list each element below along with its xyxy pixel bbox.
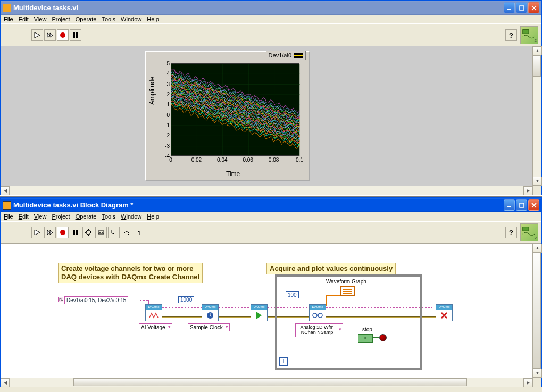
menu-file[interactable]: File (4, 16, 13, 22)
front-panel-hscroll[interactable]: ◀ ▶ (1, 186, 541, 195)
scroll-right-icon[interactable]: ▶ (523, 378, 532, 387)
front-panel-client[interactable]: Dev1/ai0 Amplitude Time 543210-1-2-3-4 0… (1, 46, 532, 186)
wire (326, 295, 327, 306)
scroll-left-icon[interactable]: ◀ (1, 378, 10, 387)
vi-icon[interactable] (520, 26, 538, 44)
menu-view[interactable]: View (34, 213, 47, 220)
context-help-button[interactable]: ? (505, 29, 517, 41)
context-help-button[interactable]: ? (505, 227, 517, 238)
close-button[interactable] (528, 2, 539, 13)
front-panel-vscroll[interactable]: ▲ ▼ (532, 46, 541, 186)
menu-file[interactable]: File (4, 213, 13, 220)
maximize-button[interactable] (516, 199, 527, 211)
daqmx-clear-node[interactable]: DAQmx (436, 304, 453, 321)
wire (373, 337, 379, 338)
pause-button[interactable] (70, 227, 81, 238)
menu-tools[interactable]: Tools (102, 213, 115, 220)
samples-constant[interactable]: 100 (286, 291, 299, 298)
comment-acquire-plot: Acquire and plot values continuously (266, 263, 396, 274)
create-channel-selector[interactable]: AI Voltage (139, 323, 172, 331)
io-selector-icon[interactable]: I/O (58, 297, 63, 302)
scroll-left-icon[interactable]: ◀ (1, 186, 10, 195)
menu-tools[interactable]: Tools (102, 16, 115, 22)
menu-operate[interactable]: Operate (76, 16, 97, 22)
wire (219, 307, 251, 308)
menu-help[interactable]: Help (147, 213, 159, 220)
legend-label: Dev1/ai0 (269, 52, 291, 59)
menu-edit[interactable]: Edit (19, 213, 29, 220)
read-glasses-icon (310, 310, 326, 321)
menu-view[interactable]: View (34, 16, 47, 22)
scroll-right-icon[interactable]: ▶ (523, 186, 532, 195)
minimize-button[interactable] (504, 2, 515, 13)
menu-help[interactable]: Help (147, 16, 159, 22)
clock-icon (202, 310, 218, 321)
daqmx-read-node[interactable]: DAQmx (309, 304, 326, 321)
run-continuous-button[interactable] (44, 29, 56, 41)
chart-plot-area (171, 63, 299, 156)
comment-create-channels: Create voltage channels for two or more … (58, 263, 203, 283)
wire (326, 307, 432, 308)
abort-button[interactable] (57, 227, 69, 238)
run-button[interactable] (31, 29, 43, 41)
step-over-button[interactable] (121, 227, 132, 238)
read-selector[interactable]: Analog 1D Wfm NChan NSamp (295, 323, 343, 337)
daqmx-start-node[interactable]: DAQmx (251, 304, 268, 321)
menu-window[interactable]: Window (121, 16, 141, 22)
loop-condition-terminal[interactable] (379, 334, 387, 341)
scroll-up-icon[interactable]: ▲ (533, 46, 542, 55)
svg-rect-0 (507, 9, 511, 10)
block-diagram-window: Multidevice tasks.vi Block Diagram * Fil… (0, 197, 542, 387)
block-diagram-client[interactable]: Create voltage channels for two or more … (1, 244, 532, 378)
chart-xlabel: Time (226, 170, 240, 178)
menu-operate[interactable]: Operate (76, 213, 97, 220)
clear-x-icon (436, 310, 452, 321)
waveform-graph-indicator[interactable]: Dev1/ai0 Amplitude Time 543210-1-2-3-4 0… (145, 51, 310, 181)
block-diagram-menubar: File Edit View Project Operate Tools Win… (1, 212, 541, 221)
daqmx-timing-node[interactable]: DAQmx (202, 304, 219, 321)
svg-point-28 (102, 232, 103, 233)
svg-rect-2 (73, 32, 75, 38)
chart-yticks: 543210-1-2-3-4 (161, 63, 170, 156)
stop-button-terminal[interactable]: TF (358, 334, 373, 343)
svg-point-25 (86, 230, 90, 235)
waveform-graph-terminal[interactable] (340, 286, 355, 296)
retain-wire-values-button[interactable] (95, 227, 107, 238)
front-panel-menubar: File Edit View Project Operate Tools Win… (1, 15, 541, 24)
close-button[interactable] (528, 199, 539, 211)
vi-icon[interactable] (520, 223, 538, 241)
block-diagram-titlebar[interactable]: Multidevice tasks.vi Block Diagram * (1, 198, 541, 212)
menu-project[interactable]: Project (52, 213, 70, 220)
scroll-down-icon[interactable]: ▼ (533, 369, 542, 378)
block-diagram-hscroll[interactable]: ◀ ▶ (1, 378, 541, 387)
step-out-button[interactable] (134, 227, 145, 238)
scroll-up-icon[interactable]: ▲ (533, 244, 542, 253)
daqmx-create-channel-node[interactable]: DAQmx (145, 304, 162, 321)
menu-edit[interactable]: Edit (19, 16, 29, 22)
physical-channels-constant[interactable]: Dev1/ai0:15, Dev2/ai0:15 (64, 296, 128, 304)
run-continuous-button[interactable] (44, 227, 56, 238)
create-channel-icon (146, 310, 162, 321)
pause-button[interactable] (70, 29, 81, 41)
front-panel-titlebar[interactable]: Multidevice tasks.vi (1, 1, 541, 15)
timing-selector[interactable]: Sample Clock (188, 323, 230, 331)
rate-constant[interactable]: 1000 (178, 296, 194, 303)
legend-swatch-icon (294, 53, 303, 58)
chart-legend[interactable]: Dev1/ai0 (266, 51, 306, 60)
maximize-button[interactable] (516, 2, 527, 13)
front-panel-title: Multidevice tasks.vi (13, 4, 504, 12)
svg-rect-1 (520, 6, 524, 10)
highlight-execution-button[interactable] (82, 227, 94, 238)
wire (162, 307, 202, 308)
menu-window[interactable]: Window (121, 213, 141, 220)
menu-project[interactable]: Project (52, 16, 70, 22)
labview-vi-icon (3, 4, 11, 12)
svg-point-32 (318, 313, 322, 318)
abort-button[interactable] (57, 29, 69, 41)
step-into-button[interactable] (108, 227, 120, 238)
minimize-button[interactable] (504, 199, 515, 211)
svg-point-27 (99, 232, 101, 233)
run-button[interactable] (31, 227, 43, 238)
scroll-down-icon[interactable]: ▼ (533, 177, 542, 186)
block-diagram-vscroll[interactable]: ▲ ▼ (532, 244, 541, 378)
